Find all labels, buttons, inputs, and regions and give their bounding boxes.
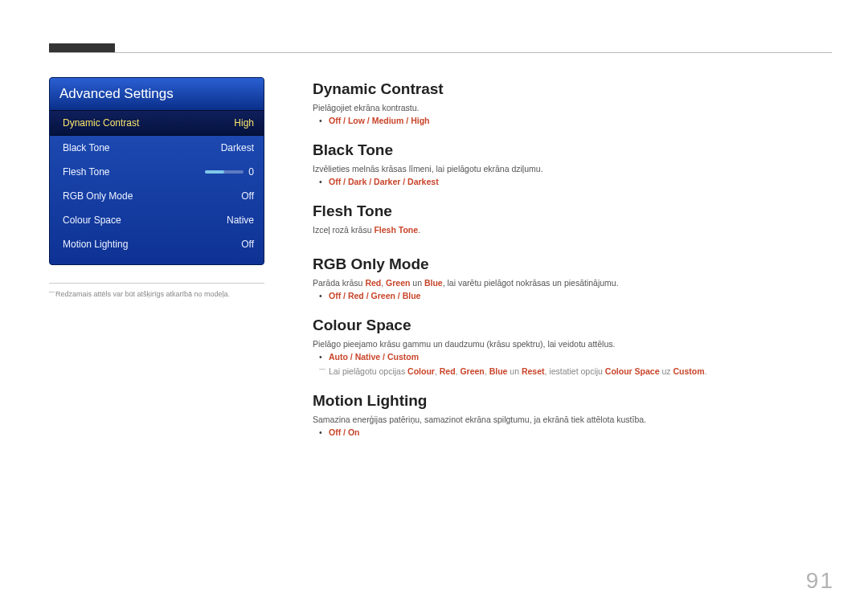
text: Lai pielāgotu opcijas bbox=[329, 366, 407, 376]
osd-label: RGB Only Mode bbox=[63, 190, 133, 202]
option: Red bbox=[348, 291, 364, 300]
option: Darkest bbox=[407, 177, 439, 186]
osd-label: Flesh Tone bbox=[63, 166, 109, 178]
option: Green bbox=[371, 291, 395, 300]
section-colour-space: Colour Space Pielāgo pieejamo krāsu gamm… bbox=[313, 317, 832, 376]
option-list: Off / Red / Green / Blue bbox=[313, 291, 832, 300]
option: Off bbox=[329, 177, 341, 186]
section-rgb-only: RGB Only Mode Parāda krāsu Red, Green un… bbox=[313, 255, 832, 300]
emphasis: Reset bbox=[522, 366, 545, 376]
emphasis: Blue bbox=[489, 366, 508, 376]
text: Parāda krāsu bbox=[313, 278, 365, 288]
osd-slider: 0 bbox=[205, 166, 254, 178]
header-rule bbox=[49, 52, 832, 53]
section-title: Flesh Tone bbox=[313, 202, 832, 220]
left-column: Advanced Settings Dynamic Contrast High … bbox=[49, 77, 264, 453]
emphasis: Red bbox=[440, 366, 456, 376]
option: Darker bbox=[374, 177, 400, 186]
page-number: 91 bbox=[806, 568, 834, 594]
osd-value: High bbox=[234, 117, 254, 129]
osd-title: Advanced Settings bbox=[50, 78, 264, 110]
osd-value: Native bbox=[227, 215, 254, 226]
option: Medium bbox=[372, 116, 404, 125]
osd-item-dynamic-contrast[interactable]: Dynamic Contrast High bbox=[50, 110, 264, 136]
section-title: Black Tone bbox=[313, 141, 832, 159]
osd-item-rgb-only[interactable]: RGB Only Mode Off bbox=[50, 184, 264, 208]
option: Low bbox=[348, 116, 365, 125]
emphasis: Colour bbox=[407, 366, 435, 376]
osd-value: Off bbox=[241, 190, 254, 202]
osd-label: Black Tone bbox=[63, 142, 109, 153]
section-desc: Pielāgojiet ekrāna kontrastu. bbox=[313, 103, 832, 112]
text: , iestatiet opciju bbox=[545, 366, 605, 376]
option-list: Off / Dark / Darker / Darkest bbox=[313, 177, 832, 186]
content: Advanced Settings Dynamic Contrast High … bbox=[49, 77, 832, 453]
text: Izceļ rozā krāsu bbox=[313, 225, 374, 235]
osd-value: 0 bbox=[248, 166, 254, 178]
section-title: Motion Lighting bbox=[313, 392, 832, 410]
text: . bbox=[418, 225, 420, 235]
option: Off bbox=[329, 291, 341, 300]
text: , lai varētu pielāgot nokrāsas un piesāt… bbox=[443, 278, 619, 288]
text: un bbox=[507, 366, 522, 376]
osd-label: Motion Lighting bbox=[63, 239, 128, 250]
section-title: RGB Only Mode bbox=[313, 255, 832, 273]
option: High bbox=[411, 116, 429, 125]
osd-item-flesh-tone[interactable]: Flesh Tone 0 bbox=[50, 160, 264, 184]
osd-item-colour-space[interactable]: Colour Space Native bbox=[50, 208, 264, 232]
option: Off bbox=[329, 116, 341, 125]
section-dynamic-contrast: Dynamic Contrast Pielāgojiet ekrāna kont… bbox=[313, 80, 832, 125]
left-footnote: Redzamais attēls var būt atšķirīgs atkar… bbox=[49, 290, 264, 298]
osd-item-black-tone[interactable]: Black Tone Darkest bbox=[50, 136, 264, 160]
section-desc: Izvēlieties melnās krāsas līmeni, lai pi… bbox=[313, 164, 832, 174]
section-desc: Izceļ rozā krāsu Flesh Tone. bbox=[313, 225, 832, 235]
option: Dark bbox=[348, 177, 366, 186]
emphasis: Flesh Tone bbox=[374, 225, 418, 235]
slider-fill bbox=[205, 170, 224, 174]
section-flesh-tone: Flesh Tone Izceļ rozā krāsu Flesh Tone. bbox=[313, 202, 832, 252]
header-tab bbox=[49, 43, 115, 52]
footnote-rule bbox=[49, 283, 264, 284]
section-desc: Parāda krāsu Red, Green un Blue, lai var… bbox=[313, 278, 832, 288]
emphasis: Blue bbox=[424, 278, 443, 288]
osd-value: Off bbox=[241, 239, 254, 250]
osd-value: Darkest bbox=[221, 142, 254, 153]
osd-item-motion-lighting[interactable]: Motion Lighting Off bbox=[50, 232, 264, 256]
option: Auto bbox=[329, 352, 348, 362]
option: Native bbox=[355, 352, 381, 362]
emphasis: Custom bbox=[673, 366, 704, 376]
option: Blue bbox=[403, 291, 421, 300]
section-black-tone: Black Tone Izvēlieties melnās krāsas līm… bbox=[313, 141, 832, 186]
option: On bbox=[348, 427, 360, 437]
section-title: Dynamic Contrast bbox=[313, 80, 832, 98]
text: un bbox=[410, 278, 424, 288]
emphasis: Red bbox=[365, 278, 381, 288]
option-list: Auto / Native / Custom bbox=[313, 352, 832, 362]
text: . bbox=[705, 366, 707, 376]
doc: Dynamic Contrast Pielāgojiet ekrāna kont… bbox=[313, 80, 832, 453]
section-title: Colour Space bbox=[313, 317, 832, 334]
slider-track[interactable] bbox=[205, 170, 244, 174]
section-desc: Samazina enerģijas patēriņu, samazinot e… bbox=[313, 415, 832, 424]
option: Off bbox=[329, 427, 341, 437]
emphasis: Colour Space bbox=[605, 366, 660, 376]
osd-panel: Advanced Settings Dynamic Contrast High … bbox=[49, 77, 264, 265]
option: Custom bbox=[387, 352, 419, 362]
osd-label: Dynamic Contrast bbox=[63, 117, 139, 129]
section-desc: Pielāgo pieejamo krāsu gammu un daudzumu… bbox=[313, 339, 832, 349]
option-list: Off / Low / Medium / High bbox=[313, 116, 832, 125]
section-motion-lighting: Motion Lighting Samazina enerģijas patēr… bbox=[313, 392, 832, 437]
emphasis: Green bbox=[386, 278, 410, 288]
osd-label: Colour Space bbox=[63, 215, 121, 226]
option-list: Off / On bbox=[313, 427, 832, 437]
osd-body: Dynamic Contrast High Black Tone Darkest… bbox=[50, 110, 264, 264]
section-note: Lai pielāgotu opcijas Colour, Red, Green… bbox=[313, 366, 832, 376]
emphasis: Green bbox=[460, 366, 484, 376]
text: uz bbox=[660, 366, 674, 376]
